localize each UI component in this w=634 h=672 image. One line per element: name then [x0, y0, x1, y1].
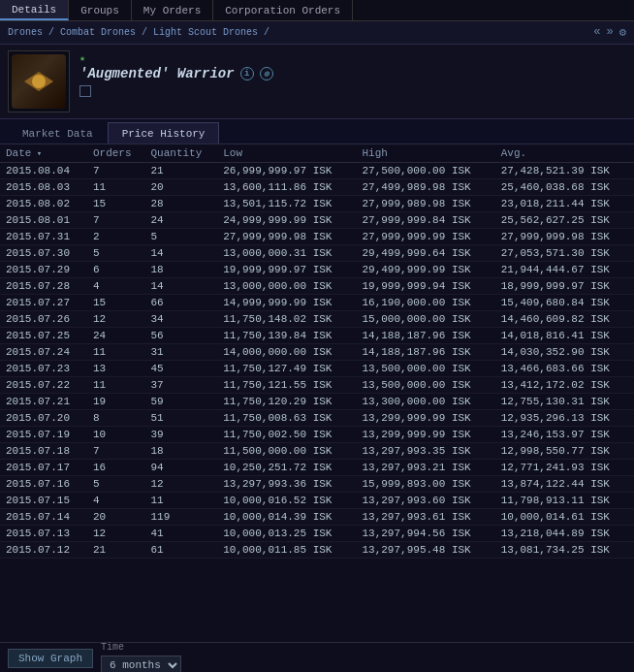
table-row: 2015.07.24 11 31 14,000,000.00 ISK 14,18… — [0, 344, 634, 361]
cell-orders: 8 — [87, 410, 145, 427]
cell-avg: 15,409,680.84 ISK — [495, 295, 634, 311]
cell-low: 10,000,011.85 ISK — [217, 542, 356, 559]
item-name-row: 'Augmented' Warrior i ⊕ — [79, 66, 626, 81]
breadcrumb-row: Drones / Combat Drones / Light Scout Dro… — [0, 21, 634, 45]
cell-date: 2015.07.27 — [0, 295, 87, 311]
cell-high: 27,999,989.98 ISK — [356, 196, 494, 212]
cell-high: 13,299,999.99 ISK — [356, 427, 494, 443]
tab-details[interactable]: Details — [0, 0, 69, 20]
cell-qty: 37 — [144, 377, 217, 394]
cell-low: 14,999,999.99 ISK — [217, 295, 356, 311]
cell-qty: 14 — [144, 278, 217, 295]
col-date[interactable]: Date — [0, 144, 87, 163]
tab-groups[interactable]: Groups — [69, 0, 132, 20]
cell-orders: 5 — [87, 245, 145, 262]
cell-orders: 24 — [87, 328, 145, 344]
cell-orders: 19 — [87, 394, 145, 410]
time-select[interactable]: 6 months 3 months 1 month 1 week — [101, 656, 181, 673]
price-history-table-container: Date Orders Quantity Low High Avg. 2015.… — [0, 144, 634, 642]
cell-qty: 34 — [144, 311, 217, 328]
cell-orders: 7 — [87, 212, 145, 229]
col-orders: Orders — [87, 144, 145, 163]
cell-high: 29,499,999.64 ISK — [356, 245, 494, 262]
crosshair-icon[interactable]: ⊕ — [260, 67, 273, 80]
cell-orders: 11 — [87, 179, 145, 196]
next-icon[interactable]: » — [607, 25, 614, 40]
price-history-table: Date Orders Quantity Low High Avg. 2015.… — [0, 144, 634, 559]
cell-low: 24,999,999.99 ISK — [217, 212, 356, 229]
cell-high: 29,499,999.99 ISK — [356, 262, 494, 278]
cell-qty: 61 — [144, 542, 217, 559]
tab-corporation-orders[interactable]: Corporation Orders — [213, 0, 353, 20]
table-row: 2015.07.20 8 51 11,750,008.63 ISK 13,299… — [0, 410, 634, 427]
cell-orders: 11 — [87, 377, 145, 394]
prev-icon[interactable]: « — [593, 25, 600, 40]
cell-date: 2015.07.15 — [0, 493, 87, 509]
settings-icon[interactable]: ⚙ — [619, 25, 626, 40]
table-row: 2015.07.29 6 18 19,999,999.97 ISK 29,499… — [0, 262, 634, 278]
table-row: 2015.07.25 24 56 11,750,139.84 ISK 14,18… — [0, 328, 634, 344]
table-row: 2015.07.14 20 119 10,000,014.39 ISK 13,2… — [0, 509, 634, 526]
cell-avg: 13,466,683.66 ISK — [495, 361, 634, 377]
cell-high: 27,999,999.99 ISK — [356, 229, 494, 245]
table-row: 2015.08.01 7 24 24,999,999.99 ISK 27,999… — [0, 212, 634, 229]
col-high: High — [356, 144, 494, 163]
cell-high: 13,297,993.21 ISK — [356, 460, 494, 476]
cell-low: 13,600,111.86 ISK — [217, 179, 356, 196]
cell-low: 13,501,115.72 ISK — [217, 196, 356, 212]
cell-date: 2015.07.24 — [0, 344, 87, 361]
breadcrumb: Drones / Combat Drones / Light Scout Dro… — [8, 27, 269, 38]
cell-qty: 66 — [144, 295, 217, 311]
cell-qty: 28 — [144, 196, 217, 212]
cell-orders: 21 — [87, 542, 145, 559]
cell-high: 13,300,000.00 ISK — [356, 394, 494, 410]
cell-orders: 16 — [87, 460, 145, 476]
cell-high: 13,297,993.60 ISK — [356, 493, 494, 509]
cell-high: 19,999,999.94 ISK — [356, 278, 494, 295]
cell-date: 2015.07.14 — [0, 509, 87, 526]
cell-high: 15,000,000.00 ISK — [356, 311, 494, 328]
cell-date: 2015.07.28 — [0, 278, 87, 295]
cell-low: 13,000,000.00 ISK — [217, 278, 356, 295]
cell-high: 27,500,000.00 ISK — [356, 163, 494, 179]
cell-high: 13,297,993.61 ISK — [356, 509, 494, 526]
cell-low: 11,750,120.29 ISK — [217, 394, 356, 410]
cell-low: 19,999,999.97 ISK — [217, 262, 356, 278]
cell-low: 11,750,148.02 ISK — [217, 311, 356, 328]
cell-qty: 21 — [144, 163, 217, 179]
star-icon: ★ — [79, 52, 85, 64]
time-control: Time 6 months 3 months 1 month 1 week — [101, 642, 181, 673]
cell-avg: 12,755,130.31 ISK — [495, 394, 634, 410]
cell-date: 2015.07.31 — [0, 229, 87, 245]
cell-avg: 14,460,609.82 ISK — [495, 311, 634, 328]
cell-date: 2015.07.25 — [0, 328, 87, 344]
cell-high: 13,500,000.00 ISK — [356, 377, 494, 394]
table-row: 2015.07.22 11 37 11,750,121.55 ISK 13,50… — [0, 377, 634, 394]
cell-date: 2015.07.22 — [0, 377, 87, 394]
cell-orders: 4 — [87, 278, 145, 295]
cell-avg: 25,460,038.68 ISK — [495, 179, 634, 196]
cell-orders: 2 — [87, 229, 145, 245]
cell-low: 14,000,000.00 ISK — [217, 344, 356, 361]
cell-avg: 27,999,999.98 ISK — [495, 229, 634, 245]
cell-qty: 14 — [144, 245, 217, 262]
cell-low: 13,297,993.36 ISK — [217, 476, 356, 493]
cell-orders: 20 — [87, 509, 145, 526]
cell-high: 27,999,999.84 ISK — [356, 212, 494, 229]
show-graph-button[interactable]: Show Graph — [8, 649, 93, 668]
tab-my-orders[interactable]: My Orders — [132, 0, 213, 20]
cell-date: 2015.08.04 — [0, 163, 87, 179]
table-row: 2015.07.30 5 14 13,000,000.31 ISK 29,499… — [0, 245, 634, 262]
col-low: Low — [217, 144, 356, 163]
cell-high: 14,188,187.96 ISK — [356, 344, 494, 361]
cell-orders: 5 — [87, 476, 145, 493]
tab-price-history[interactable]: Price History — [108, 122, 220, 144]
cell-avg: 13,246,153.97 ISK — [495, 427, 634, 443]
info-icon[interactable]: i — [240, 67, 254, 80]
cell-high: 15,999,893.00 ISK — [356, 476, 494, 493]
table-row: 2015.07.19 10 39 11,750,002.50 ISK 13,29… — [0, 427, 634, 443]
cell-avg: 25,562,627.25 ISK — [495, 212, 634, 229]
tab-market-data[interactable]: Market Data — [8, 122, 108, 144]
cell-high: 13,297,993.35 ISK — [356, 443, 494, 460]
cell-avg: 18,999,999.97 ISK — [495, 278, 634, 295]
